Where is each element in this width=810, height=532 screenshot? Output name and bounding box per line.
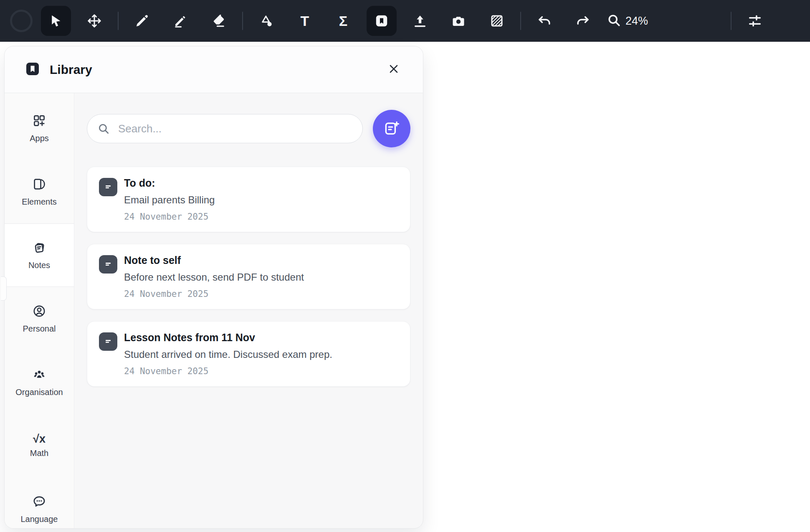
person-circle-icon [32,304,46,320]
highlighter-icon [173,13,188,28]
upload-tool-button[interactable] [405,6,435,36]
library-bookmark-icon [374,13,389,28]
hatch-pattern-icon [489,13,504,28]
close-button[interactable] [383,59,405,81]
elements-shapes-icon [32,177,46,193]
close-icon [387,63,400,76]
note-body: Student arrived on time. Discussed exam … [124,349,398,360]
note-card[interactable]: Lesson Notes from 11 Nov Student arrived… [87,321,410,387]
toolbar-divider [118,12,119,30]
magnifier-icon [606,13,621,29]
library-panel: Library Apps Elements [4,46,423,529]
sidebar-item-language[interactable]: Language [5,477,74,529]
redo-icon [575,13,590,28]
sidebar-item-label: Math [30,448,48,458]
shapes-icon [259,13,274,28]
speech-bubble-icon [32,494,46,511]
toolbar-circle-indicator[interactable] [10,10,33,32]
toolbar-divider [731,12,732,30]
sidebar-item-label: Elements [22,197,56,207]
eraser-icon [211,13,226,28]
library-content: To do: Email parents Billing 24 November… [74,93,423,528]
library-sidebar: Apps Elements Notes Personal [5,93,74,528]
marker-tool-button[interactable] [165,6,195,36]
math-tool-button[interactable]: Σ [328,6,358,36]
note-date: 24 November 2025 [124,212,398,222]
undo-icon [537,13,552,28]
library-header-bookmark-icon [24,60,41,79]
people-group-icon [32,367,46,384]
move-tool-button[interactable] [79,6,109,36]
sidebar-item-label: Notes [28,261,50,270]
cursor-icon [48,13,63,28]
eraser-tool-button[interactable] [204,6,234,36]
camera-icon [451,13,466,28]
sidebar-item-label: Organisation [15,388,63,397]
toolbar-divider [242,12,243,30]
sidebar-item-notes[interactable]: Notes [5,223,74,287]
note-card[interactable]: Note to self Before next lesson, send PD… [87,244,410,309]
toolbar-divider [520,12,521,30]
sidebar-item-label: Personal [23,324,56,334]
note-icon [99,332,117,351]
search-icon [97,122,110,137]
sidebar-item-math[interactable]: √x Math [5,414,74,477]
note-icon [99,178,117,196]
library-title: Library [50,63,92,77]
zoom-control[interactable]: 24% [606,13,648,29]
pen-tool-button[interactable] [127,6,157,36]
library-tool-button[interactable] [367,6,397,36]
sidebar-item-personal[interactable]: Personal [5,287,74,350]
sidebar-item-elements[interactable]: Elements [5,160,74,223]
undo-button[interactable] [529,6,559,36]
sidebar-item-label: Apps [30,134,49,143]
library-header: Library [5,46,423,93]
note-title: To do: [124,177,398,189]
sqrt-x-icon: √x [33,433,46,445]
note-title: Note to self [124,254,398,266]
sigma-icon: Σ [339,14,347,28]
add-note-button[interactable] [373,110,410,147]
note-date: 24 November 2025 [124,289,398,299]
move-icon [87,13,102,28]
panel-collapse-handle[interactable] [1,276,7,301]
note-body: Email parents Billing [124,194,398,206]
note-body: Before next lesson, send PDF to student [124,271,398,283]
text-tool-icon: T [301,14,309,28]
add-note-icon [383,119,400,138]
pattern-tool-button[interactable] [482,6,512,36]
shapes-tool-button[interactable] [251,6,281,36]
sidebar-item-apps[interactable]: Apps [5,96,74,160]
notes-stack-icon [32,241,46,257]
redo-button[interactable] [568,6,598,36]
note-date: 24 November 2025 [124,366,398,376]
toolbar: T Σ 24% [0,0,810,42]
note-title: Lesson Notes from 11 Nov [124,332,398,344]
upload-icon [413,13,428,28]
sidebar-item-organisation[interactable]: Organisation [5,350,74,414]
select-tool-button[interactable] [41,6,71,36]
search-input[interactable] [87,114,363,143]
text-tool-button[interactable]: T [290,6,320,36]
apps-grid-icon [32,114,46,130]
camera-tool-button[interactable] [443,6,473,36]
sidebar-item-label: Language [21,514,58,524]
zoom-level: 24% [625,15,648,28]
search-box [87,114,363,143]
pencil-icon [134,13,149,28]
note-icon [99,255,117,274]
settings-button[interactable] [740,6,770,36]
sliders-icon [747,13,762,28]
note-card[interactable]: To do: Email parents Billing 24 November… [87,167,410,232]
